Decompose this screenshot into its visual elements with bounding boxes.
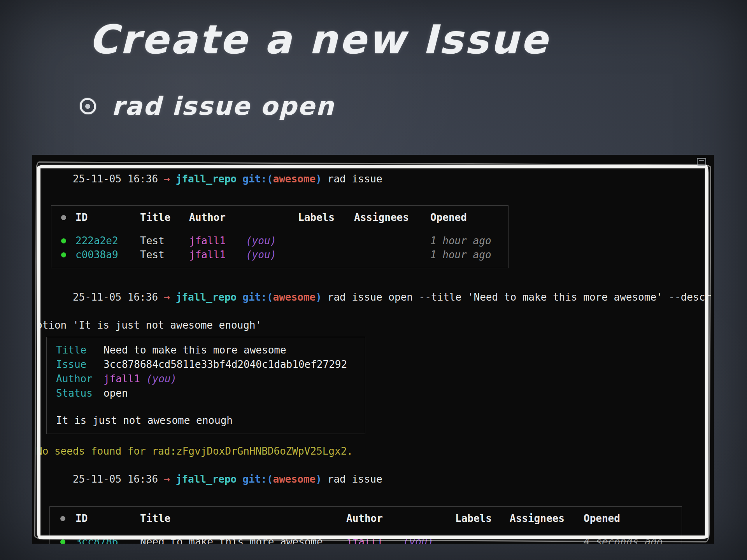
col-header-title: Title — [140, 210, 189, 224]
table-header-row: ID Title Author Labels Assignees Opened — [51, 210, 508, 224]
git-branch: awesome — [273, 291, 316, 303]
header-dot-cell — [50, 516, 75, 521]
slide-title: Create a new Issue — [0, 16, 638, 63]
issues-table-first: ID Title Author Labels Assignees Opened … — [51, 205, 509, 268]
issue-open-icon — [61, 252, 66, 257]
git-close: ) — [316, 291, 322, 303]
issue-author: jfall1(you) — [346, 535, 455, 544]
issue-opened: 1 hour ago — [430, 234, 508, 248]
prompt-line: 25-11-05 16:36→jfall_repogit:(awesome)ra… — [36, 458, 714, 500]
prompt-git-branch: git:(awesome) — [242, 291, 322, 303]
detail-title-value: Need to make this more awesome — [103, 343, 286, 357]
prompt-command: rad issue — [328, 173, 382, 185]
prompt-timestamp: 25-11-05 16:36 — [73, 173, 158, 185]
author-you: (you) — [246, 235, 276, 247]
status-cell — [51, 252, 75, 257]
git-open: git:( — [242, 473, 273, 485]
col-header-title: Title — [140, 511, 346, 525]
table-row: c0038a9 Test jfall1(you) 1 hour ago — [51, 248, 508, 262]
prompt-arrow-icon: → — [164, 291, 170, 303]
status-cell — [51, 238, 75, 243]
detail-row-author: Author jfall1(you) — [56, 371, 365, 386]
detail-status: open — [103, 386, 128, 400]
issue-id: 3cc8786 — [75, 535, 140, 544]
detail-row-status: Status open — [56, 386, 365, 400]
git-branch: awesome — [273, 473, 316, 485]
table-header-row: ID Title Author Labels Assignees Opened — [50, 511, 682, 525]
git-open: git:( — [242, 173, 273, 185]
issue-title: Need to make this more awesome — [140, 535, 346, 544]
detail-row-title: Title Need to make this more awesome — [56, 343, 365, 357]
table-row: 222a2e2 Test jfall1(you) 1 hour ago — [51, 234, 508, 248]
prompt-git-branch: git:(awesome) — [242, 473, 322, 485]
detail-row-issue: Issue 3cc878684cd5811e33bf4d2040c1dab10e… — [56, 357, 365, 371]
prompt-arrow-icon: → — [164, 173, 170, 185]
prompt-line: 25-11-05 16:36→jfall_repogit:(awesome)ra… — [36, 276, 714, 318]
issue-opened: 1 hour ago — [430, 248, 508, 262]
col-header-author: Author — [346, 511, 455, 525]
git-open: git:( — [242, 291, 273, 303]
prompt-command: rad issue open --title 'Need to make thi… — [328, 291, 711, 303]
author-name: jfall1 — [189, 235, 226, 247]
issue-open-icon — [61, 238, 66, 243]
column-dot-icon — [61, 215, 66, 220]
header-dot-cell — [51, 215, 75, 220]
prompt-timestamp: 25-11-05 16:36 — [73, 473, 158, 485]
issue-title: Test — [140, 234, 189, 248]
prompt-line: 25-11-05 16:36→jfall_repogit:(awesome)ra… — [36, 158, 714, 200]
warning-line: No seeds found for rad:zFgvjDoxDrGnHNBD6… — [36, 444, 714, 458]
prompt-repo: jfall_repo — [176, 473, 237, 485]
issues-table-second: ID Title Author Labels Assignees Opened … — [49, 506, 682, 544]
git-close: ) — [316, 473, 322, 485]
table-spacer — [50, 525, 682, 535]
col-header-labels: Labels — [455, 511, 510, 525]
col-header-opened: Opened — [584, 511, 682, 525]
author-you: (you) — [403, 536, 433, 544]
col-header-opened: Opened — [430, 210, 508, 224]
detail-label: Author — [56, 372, 103, 386]
prompt-git-branch: git:(awesome) — [242, 173, 322, 185]
detail-description: It is just not awesome enough — [56, 413, 365, 427]
window-icon — [697, 158, 706, 166]
detail-label: Issue — [56, 357, 103, 371]
detail-issue-id: 3cc878684cd5811e33bf4d2040c1dab10ef27292 — [103, 357, 347, 371]
terminal-window: 25-11-05 16:36→jfall_repogit:(awesome)ra… — [32, 155, 714, 544]
author-you: (you) — [246, 249, 276, 261]
issue-opened: 4 seconds ago — [584, 535, 682, 544]
detail-author: jfall1(you) — [103, 372, 177, 386]
issue-id: 222a2e2 — [75, 234, 140, 248]
issue-author: jfall1(you) — [189, 234, 298, 248]
bullet-row: rad issue open — [80, 92, 335, 121]
prompt-repo: jfall_repo — [176, 173, 237, 185]
table-row: 3cc8786 Need to make this more awesome j… — [50, 535, 682, 544]
git-close: ) — [316, 173, 322, 185]
col-header-author: Author — [189, 210, 298, 224]
terminal-content: 25-11-05 16:36→jfall_repogit:(awesome)ra… — [32, 155, 714, 544]
issue-title: Test — [140, 248, 189, 262]
prompt-repo: jfall_repo — [176, 291, 237, 303]
issue-author: jfall1(you) — [189, 248, 298, 262]
prompt-command: rad issue — [328, 473, 382, 485]
col-header-id: ID — [75, 210, 140, 224]
bullet-text: rad issue open — [112, 92, 335, 121]
author-you: (you) — [146, 373, 177, 385]
author-name: jfall1 — [346, 536, 383, 544]
prompt-command-wrap: ption 'It is just not awesome enough' — [36, 318, 714, 332]
col-header-assignees: Assignees — [354, 210, 430, 224]
prompt-arrow-icon: → — [164, 473, 170, 485]
issue-id: c0038a9 — [75, 248, 140, 262]
col-header-id: ID — [75, 511, 140, 525]
detail-label: Status — [56, 386, 103, 400]
author-name: jfall1 — [103, 373, 140, 385]
col-header-labels: Labels — [298, 210, 354, 224]
issue-open-icon — [60, 539, 65, 544]
detail-label: Title — [56, 343, 103, 357]
bullet-circle-icon — [80, 98, 96, 114]
git-branch: awesome — [273, 173, 316, 185]
status-cell — [50, 539, 75, 544]
prompt-timestamp: 25-11-05 16:36 — [73, 291, 158, 303]
col-header-assignees: Assignees — [510, 511, 584, 525]
issue-detail-box: Title Need to make this more awesome Iss… — [46, 337, 365, 434]
author-name: jfall1 — [189, 249, 226, 261]
column-dot-icon — [60, 516, 65, 521]
